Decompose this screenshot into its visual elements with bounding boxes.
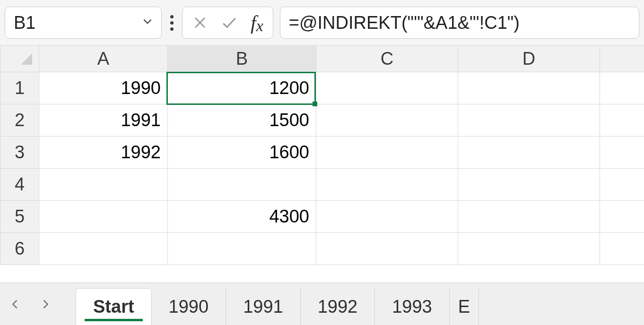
cell-C5[interactable] — [316, 201, 458, 233]
table-row: 1 1990 1200 — [0, 72, 644, 104]
column-header-D[interactable]: D — [458, 46, 600, 72]
row-header-1[interactable]: 1 — [0, 72, 39, 104]
cell-A6[interactable] — [39, 233, 168, 265]
row-header-5[interactable]: 5 — [0, 201, 39, 233]
formula-actions: fx — [182, 7, 273, 39]
cell-D2[interactable] — [458, 104, 600, 137]
cell-C4[interactable] — [316, 169, 458, 201]
sheet-tab-overflow[interactable]: E — [450, 288, 479, 325]
sheet-tab-1993[interactable]: 1993 — [375, 288, 450, 325]
cell-C3[interactable] — [316, 137, 458, 169]
cell-A4[interactable] — [39, 169, 168, 201]
fx-icon[interactable]: fx — [251, 11, 263, 34]
table-row: 6 — [0, 233, 644, 265]
cell-A1[interactable]: 1990 — [39, 72, 168, 104]
cell-B2[interactable]: 1500 — [168, 104, 316, 137]
sheet-next-icon[interactable] — [39, 298, 52, 311]
cell-C1[interactable] — [316, 72, 458, 104]
grid-table: A B C D 1 1990 1200 2 1991 1500 — [0, 45, 644, 265]
cell-B3[interactable]: 1600 — [168, 137, 316, 169]
column-header-A[interactable]: A — [39, 46, 168, 72]
table-row: 4 — [0, 169, 644, 201]
svg-marker-2 — [21, 53, 32, 65]
column-header-B[interactable]: B — [168, 46, 316, 72]
spreadsheet-grid: A B C D 1 1990 1200 2 1991 1500 — [0, 45, 644, 282]
table-row: 5 4300 — [0, 201, 644, 233]
row-header-4[interactable]: 4 — [0, 169, 39, 201]
select-all-corner[interactable] — [0, 46, 39, 72]
cell-D5[interactable] — [458, 201, 600, 233]
row-header-6[interactable]: 6 — [0, 233, 39, 265]
cell-B6[interactable] — [168, 233, 316, 265]
sheet-tab-1992[interactable]: 1992 — [301, 288, 375, 325]
formula-input[interactable]: =@INDIREKT("'"&A1&"'!C1") — [280, 7, 639, 39]
cell-E2[interactable] — [600, 104, 644, 137]
cell-E6[interactable] — [600, 233, 644, 265]
formula-bar: B1 fx =@INDIREKT("'"&A1&"'!C1") — [0, 0, 644, 45]
sheet-tab-bar: Start 1990 1991 1992 1993 E — [0, 282, 644, 325]
column-header-partial[interactable] — [600, 46, 644, 72]
cell-E5[interactable] — [600, 201, 644, 233]
sheet-tabs: Start 1990 1991 1992 1993 E — [76, 283, 479, 325]
cell-D3[interactable] — [458, 137, 600, 169]
chevron-down-icon[interactable] — [140, 13, 155, 33]
row-header-3[interactable]: 3 — [0, 137, 39, 169]
cell-D4[interactable] — [458, 169, 600, 201]
cell-C2[interactable] — [316, 104, 458, 137]
cell-B5[interactable]: 4300 — [168, 201, 316, 233]
vertical-dots-icon[interactable] — [168, 15, 175, 31]
formula-text: =@INDIREKT("'"&A1&"'!C1") — [289, 13, 520, 33]
accept-icon[interactable] — [220, 14, 238, 32]
table-row: 3 1992 1600 — [0, 137, 644, 169]
cell-C6[interactable] — [316, 233, 458, 265]
cell-D6[interactable] — [458, 233, 600, 265]
cell-A3[interactable]: 1992 — [39, 137, 168, 169]
column-header-C[interactable]: C — [316, 46, 458, 72]
sheet-tab-1990[interactable]: 1990 — [152, 288, 226, 325]
cell-A2[interactable]: 1991 — [39, 104, 168, 137]
name-box-value: B1 — [14, 13, 35, 33]
cell-A5[interactable] — [39, 201, 168, 233]
cancel-icon[interactable] — [192, 15, 208, 31]
sheet-nav — [9, 298, 71, 311]
cell-D1[interactable] — [458, 72, 600, 104]
name-box[interactable]: B1 — [5, 7, 162, 39]
row-header-2[interactable]: 2 — [0, 104, 39, 137]
sheet-tab-start[interactable]: Start — [76, 288, 152, 325]
sheet-prev-icon[interactable] — [9, 298, 22, 311]
cell-B1[interactable]: 1200 — [168, 72, 316, 104]
table-row: 2 1991 1500 — [0, 104, 644, 137]
sheet-tab-1991[interactable]: 1991 — [226, 288, 301, 325]
cell-E3[interactable] — [600, 137, 644, 169]
cell-E1[interactable] — [600, 72, 644, 104]
cell-B4[interactable] — [168, 169, 316, 201]
cell-E4[interactable] — [600, 169, 644, 201]
